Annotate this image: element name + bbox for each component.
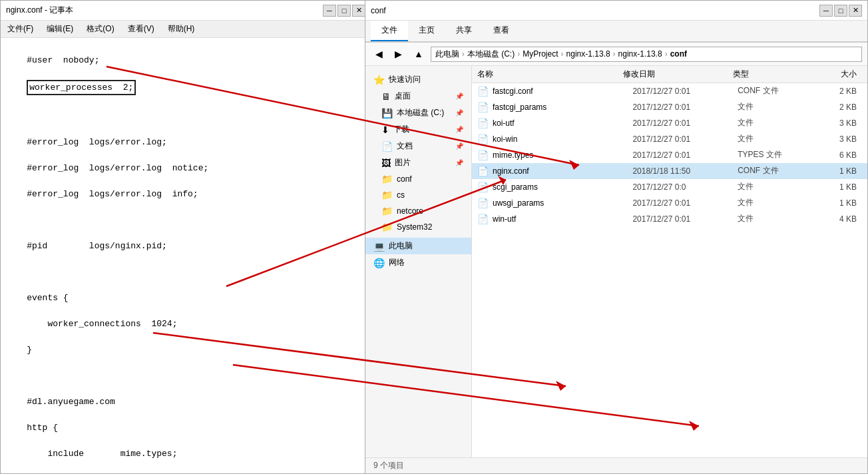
file-date-mime-types: 2017/12/27 0:01	[632, 150, 738, 160]
col-type-header[interactable]: 类型	[733, 69, 806, 80]
file-name-win-utf: win-utf	[493, 214, 632, 224]
back-button[interactable]: ◀	[371, 45, 387, 63]
line-error2: #error_log logs/error.log notice;	[27, 163, 208, 173]
sidebar-item-netcore[interactable]: 📁 netcore	[365, 203, 471, 219]
explorer-maximize-button[interactable]: □	[834, 5, 847, 17]
download-icon: ⬇	[381, 124, 389, 135]
col-name-header[interactable]: 名称	[477, 69, 623, 80]
file-icon-koi-win: 📄	[477, 134, 489, 144]
breadcrumb-computer[interactable]: 此电脑	[435, 49, 459, 60]
tab-view[interactable]: 查看	[483, 21, 520, 41]
file-row-scgi-params[interactable]: 📄 scgi_params 2017/12/27 0:0 文件 1 KB	[472, 179, 867, 195]
file-row-koi-utf[interactable]: 📄 koi-utf 2017/12/27 0:01 文件 3 KB	[472, 115, 867, 131]
explorer-sidebar: ⭐ 快速访问 🖥 桌面 📌 💾 本地磁盘 (C:) 📌 ⬇ 下载 📌	[365, 66, 472, 457]
file-icon-win-utf: 📄	[477, 214, 489, 224]
tab-share[interactable]: 共享	[445, 21, 483, 41]
quick-access-section: ⭐ 快速访问 🖥 桌面 📌 💾 本地磁盘 (C:) 📌 ⬇ 下载 📌	[365, 71, 471, 235]
netcore-folder-icon: 📁	[381, 206, 393, 216]
notepad-title: nginx.conf - 记事本	[6, 5, 73, 16]
file-name-fastcgi-conf: fastcgi.conf	[493, 87, 632, 96]
menu-file[interactable]: 文件(F)	[3, 22, 37, 36]
tab-home[interactable]: 主页	[408, 21, 445, 41]
file-row-fastcgi-params[interactable]: 📄 fastcgi_params 2017/12/27 0:01 文件 2 KB	[472, 99, 867, 115]
sidebar-item-network[interactable]: 🌐 网络	[365, 254, 471, 271]
file-icon-scgi-params: 📄	[477, 182, 489, 192]
file-row-win-utf[interactable]: 📄 win-utf 2017/12/27 0:01 文件 4 KB	[472, 211, 867, 227]
titlebar-buttons: ─ □ ✕	[323, 5, 365, 17]
content-header: 名称 修改日期 类型 大小	[472, 66, 867, 83]
docs-label: 文档	[397, 140, 413, 152]
file-name-koi-utf: koi-utf	[493, 118, 632, 128]
sidebar-item-system32[interactable]: 📁 System32	[365, 219, 471, 235]
cs-folder-label: cs	[397, 190, 405, 200]
breadcrumb-conf[interactable]: conf	[670, 49, 687, 59]
line-http: http {	[27, 423, 58, 433]
sidebar-item-conf[interactable]: 📁 conf	[365, 171, 471, 187]
breadcrumb-nginx1[interactable]: nginx-1.13.8	[566, 49, 610, 59]
explorer-minimize-button[interactable]: ─	[819, 5, 833, 17]
breadcrumb-nginx2[interactable]: nginx-1.13.8	[618, 49, 662, 59]
line-pid: #pid logs/nginx.pid;	[27, 241, 167, 251]
file-row-uwsgi-params[interactable]: 📄 uwsgi_params 2017/12/27 0:01 文件 1 KB	[472, 195, 867, 211]
col-date-header[interactable]: 修改日期	[623, 69, 732, 80]
file-date-fastcgi-conf: 2017/12/27 0:01	[632, 87, 738, 96]
line-worker-conn: worker_connections 1024;	[27, 319, 177, 329]
explorer-ribbon: 文件 主页 共享 查看	[365, 21, 867, 43]
file-icon-koi-utf: 📄	[477, 118, 489, 128]
file-type-koi-utf: 文件	[738, 117, 807, 128]
sidebar-item-desktop[interactable]: 🖥 桌面 📌	[365, 88, 471, 105]
sidebar-item-docs[interactable]: 📄 文档 📌	[365, 138, 471, 154]
quick-access-icon: ⭐	[373, 75, 385, 85]
file-name-scgi-params: scgi_params	[493, 182, 632, 192]
thispc-label: 此电脑	[389, 240, 413, 252]
breadcrumb-myproject[interactable]: MyProject	[523, 49, 558, 59]
col-size-header[interactable]: 大小	[805, 69, 862, 80]
sidebar-item-pictures[interactable]: 🖼 图片 📌	[365, 154, 471, 171]
file-icon-fastcgi-params: 📄	[477, 102, 489, 113]
line-user: #user nobody;	[27, 55, 99, 65]
menu-help[interactable]: 帮助(H)	[164, 22, 199, 36]
sidebar-item-cs[interactable]: 📁 cs	[365, 187, 471, 203]
line-error1: #error_log logs/error.log;	[27, 137, 167, 147]
address-bar[interactable]: 此电脑 › 本地磁盘 (C:) › MyProject › nginx-1.13…	[431, 47, 862, 62]
explorer-close-button[interactable]: ✕	[849, 5, 862, 17]
sidebar-item-download[interactable]: ⬇ 下载 📌	[365, 121, 471, 138]
file-row-koi-win[interactable]: 📄 koi-win 2017/12/27 0:01 文件 3 KB	[472, 131, 867, 147]
breadcrumb-disk[interactable]: 本地磁盘 (C:)	[467, 49, 515, 60]
file-name-koi-win: koi-win	[493, 134, 632, 144]
file-date-nginx-conf: 2018/1/18 11:50	[632, 166, 738, 176]
notepad-titlebar: nginx.conf - 记事本 ─ □ ✕	[1, 1, 371, 21]
file-size-koi-win: 3 KB	[807, 134, 862, 144]
menu-format[interactable]: 格式(O)	[83, 22, 118, 36]
line-events: events {	[27, 293, 68, 303]
forward-button[interactable]: ▶	[390, 45, 407, 63]
explorer-window: conf ─ □ ✕ 文件 主页 共享 查看 ◀ ▶ ▲ 此电脑 › 本地磁盘 …	[365, 0, 868, 474]
notepad-content[interactable]: #user nobody; worker_processes 2; #error…	[1, 38, 371, 473]
menu-view[interactable]: 查看(V)	[124, 22, 158, 36]
file-icon-fastcgi-conf: 📄	[477, 86, 489, 97]
close-button[interactable]: ✕	[352, 5, 365, 17]
menu-edit[interactable]: 编辑(E)	[43, 22, 77, 36]
file-type-win-utf: 文件	[738, 213, 807, 224]
tab-file[interactable]: 文件	[371, 21, 408, 41]
maximize-button[interactable]: □	[337, 5, 351, 17]
conf-folder-icon: 📁	[381, 174, 393, 184]
desktop-label: 桌面	[395, 91, 411, 102]
file-row-mime-types[interactable]: 📄 mime.types 2017/12/27 0:01 TYPES 文件 6 …	[472, 147, 867, 163]
up-button[interactable]: ▲	[409, 45, 428, 63]
file-date-uwsgi-params: 2017/12/27 0:01	[632, 198, 738, 208]
disk-icon: 💾	[381, 108, 393, 118]
sidebar-quick-access: ⭐ 快速访问	[365, 71, 471, 88]
file-icon-nginx-conf: 📄	[477, 166, 489, 176]
file-row-nginx-conf[interactable]: 📄 nginx.conf 2018/1/18 11:50 CONF 文件 1 K…	[472, 163, 867, 179]
explorer-toolbar: ◀ ▶ ▲ 此电脑 › 本地磁盘 (C:) › MyProject › ngin…	[365, 43, 867, 66]
file-row-fastcgi-conf[interactable]: 📄 fastcgi.conf 2017/12/27 0:01 CONF 文件 2…	[472, 83, 867, 99]
system32-folder-label: System32	[397, 222, 432, 232]
sidebar-item-thispc[interactable]: 💻 此电脑	[365, 238, 471, 254]
file-icon-mime-types: 📄	[477, 150, 489, 160]
explorer-titlebar-buttons: ─ □ ✕	[819, 5, 862, 17]
netcore-folder-label: netcore	[397, 206, 423, 216]
minimize-button[interactable]: ─	[323, 5, 336, 17]
notepad-window: nginx.conf - 记事本 ─ □ ✕ 文件(F) 编辑(E) 格式(O)…	[0, 0, 371, 474]
sidebar-item-disk[interactable]: 💾 本地磁盘 (C:) 📌	[365, 105, 471, 121]
